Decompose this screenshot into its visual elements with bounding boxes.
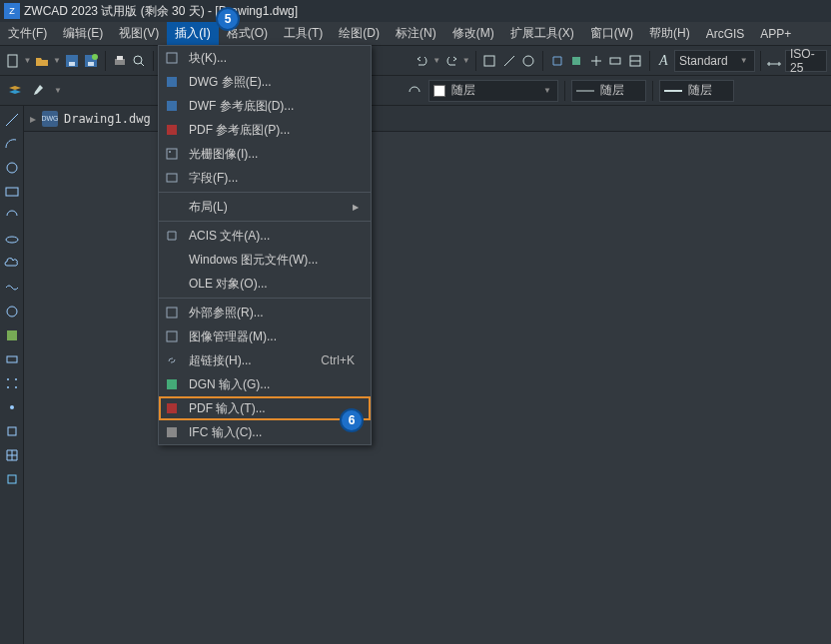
arc-tool-button[interactable] bbox=[2, 134, 22, 154]
wave-tool-button[interactable] bbox=[2, 278, 22, 298]
separator bbox=[652, 81, 653, 101]
svg-point-25 bbox=[15, 378, 17, 380]
save-button[interactable] bbox=[63, 50, 81, 72]
rectf-tool-button[interactable] bbox=[2, 349, 22, 369]
dropdown-arrow-icon[interactable]: ▼ bbox=[54, 86, 64, 95]
new-file-button[interactable] bbox=[4, 50, 22, 72]
preview-button[interactable] bbox=[130, 50, 148, 72]
menu-item-field[interactable]: 字段(F)... bbox=[159, 166, 371, 190]
layer-tool-button[interactable] bbox=[29, 80, 51, 102]
menu-item-xref[interactable]: 外部参照(R)... bbox=[159, 301, 371, 324]
text-style-value: Standard bbox=[679, 54, 728, 68]
menu-item-item[interactable]: Windows 图元文件(W)... bbox=[159, 248, 371, 272]
dgn-icon bbox=[159, 377, 185, 391]
print-button[interactable] bbox=[111, 50, 129, 72]
tool-a-button[interactable] bbox=[481, 50, 499, 72]
drawing-canvas[interactable]: ▸ DWG Drawing1.dwg ✕ bbox=[24, 106, 831, 644]
menu-item-dwf[interactable]: DWF 参考底图(D)... bbox=[159, 94, 371, 118]
menu-item-imgmgr[interactable]: 图像管理器(M)... bbox=[159, 324, 371, 348]
tool-c-button[interactable] bbox=[520, 50, 538, 72]
menu-item-item[interactable]: 布局(L)▶ bbox=[159, 195, 371, 219]
text-style-combo[interactable]: Standard▼ bbox=[674, 50, 755, 72]
menu-item-dgn[interactable]: DGN 输入(G)... bbox=[159, 372, 371, 396]
svg-point-20 bbox=[6, 237, 18, 243]
svg-rect-37 bbox=[167, 174, 177, 182]
tab-arrow-icon[interactable]: ▸ bbox=[30, 112, 36, 126]
dropdown-arrow-icon[interactable]: ▼ bbox=[53, 56, 61, 65]
menu-d[interactable]: 绘图(D) bbox=[331, 22, 388, 45]
tool-h-button[interactable] bbox=[626, 50, 644, 72]
line-tool-button[interactable] bbox=[2, 110, 22, 130]
menu-h[interactable]: 帮助(H) bbox=[641, 22, 698, 45]
dim-style-combo[interactable]: ISO-25 bbox=[785, 50, 827, 72]
tool-b-button[interactable] bbox=[500, 50, 518, 72]
menu-e[interactable]: 编辑(E) bbox=[55, 22, 111, 45]
ellipse-tool-button[interactable] bbox=[2, 230, 22, 250]
menu-f[interactable]: 文件(F) bbox=[0, 22, 55, 45]
submenu-arrow-icon: ▶ bbox=[353, 203, 365, 212]
undo-button[interactable] bbox=[414, 50, 431, 72]
color-value: 随层 bbox=[451, 82, 475, 99]
menu-v[interactable]: 视图(V) bbox=[111, 22, 167, 45]
redo-button[interactable] bbox=[442, 50, 460, 72]
sq-tool-button[interactable] bbox=[2, 421, 22, 441]
lineweight-combo[interactable]: 随层 bbox=[659, 80, 734, 102]
tool-f-button[interactable] bbox=[587, 50, 605, 72]
tool-e-button[interactable] bbox=[568, 50, 586, 72]
lineweight-icon bbox=[664, 89, 682, 93]
linetype-combo[interactable]: 随层 bbox=[571, 80, 646, 102]
menu-m[interactable]: 修改(M) bbox=[444, 22, 502, 45]
svg-point-5 bbox=[92, 54, 98, 60]
menu-item-acis[interactable]: ACIS 文件(A)... bbox=[159, 224, 371, 248]
fill-tool-button[interactable] bbox=[2, 325, 22, 345]
menubar: 文件(F)编辑(E)视图(V)插入(I)格式(O)工具(T)绘图(D)标注(N)… bbox=[0, 22, 831, 46]
dropdown-arrow-icon[interactable]: ▼ bbox=[462, 56, 470, 65]
menu-t[interactable]: 工具(T) bbox=[276, 22, 331, 45]
menu-i[interactable]: 插入(I) bbox=[167, 22, 218, 45]
menu-n[interactable]: 标注(N) bbox=[388, 22, 444, 45]
saveas-button[interactable] bbox=[83, 50, 101, 72]
dropdown-arrow-icon[interactable]: ▼ bbox=[432, 56, 440, 65]
menu-item-pdf[interactable]: PDF 参考底图(P)... bbox=[159, 118, 371, 142]
svg-rect-15 bbox=[572, 57, 580, 65]
grid-tool-button[interactable] bbox=[2, 445, 22, 465]
file-tab[interactable]: Drawing1.dwg bbox=[64, 112, 151, 126]
menu-item-img[interactable]: 光栅图像(I)... bbox=[159, 142, 371, 166]
dropdown-arrow-icon[interactable]: ▼ bbox=[24, 56, 32, 65]
dwf-icon bbox=[159, 99, 185, 113]
color-tool-button[interactable] bbox=[404, 80, 425, 102]
menu-w[interactable]: 窗口(W) bbox=[582, 22, 641, 45]
sqo-tool-button[interactable] bbox=[2, 469, 22, 489]
dwg-icon bbox=[159, 75, 185, 89]
chevron-down-icon: ▼ bbox=[543, 86, 553, 95]
oval-tool-button[interactable] bbox=[2, 302, 22, 322]
carc-tool-button[interactable] bbox=[2, 206, 22, 226]
layer-props-button[interactable] bbox=[4, 80, 26, 102]
rect-tool-button[interactable] bbox=[2, 182, 22, 202]
menu-item-link[interactable]: 超链接(H)...Ctrl+K bbox=[159, 348, 371, 372]
menu-item-block[interactable]: 块(K)... bbox=[159, 46, 371, 70]
separator bbox=[542, 51, 543, 71]
text-style-icon[interactable]: A bbox=[654, 50, 672, 72]
dots-tool-button[interactable] bbox=[2, 373, 22, 393]
svg-rect-34 bbox=[167, 125, 177, 135]
svg-rect-33 bbox=[167, 101, 177, 111]
dim-style-icon[interactable] bbox=[765, 50, 783, 72]
tool-d-button[interactable] bbox=[548, 50, 566, 72]
menu-item-dwg[interactable]: DWG 参照(E)... bbox=[159, 70, 371, 94]
menu-item-ifc[interactable]: IFC 输入(C)... bbox=[159, 420, 371, 444]
menu-item-pdfin[interactable]: PDF 输入(T)... bbox=[159, 396, 371, 420]
pt-tool-button[interactable] bbox=[2, 397, 22, 417]
color-combo[interactable]: 随层 ▼ bbox=[428, 80, 558, 102]
menu-app[interactable]: APP+ bbox=[752, 22, 799, 45]
menu-item-item[interactable]: OLE 对象(O)... bbox=[159, 272, 371, 296]
svg-rect-4 bbox=[88, 62, 94, 66]
menu-arcgis[interactable]: ArcGIS bbox=[698, 22, 753, 45]
tool-g-button[interactable] bbox=[607, 50, 625, 72]
menu-x[interactable]: 扩展工具(X) bbox=[502, 22, 582, 45]
svg-rect-41 bbox=[167, 403, 177, 413]
svg-rect-38 bbox=[167, 308, 177, 318]
open-file-button[interactable] bbox=[34, 50, 52, 72]
circle-tool-button[interactable] bbox=[2, 158, 22, 178]
cloud-tool-button[interactable] bbox=[2, 254, 22, 274]
